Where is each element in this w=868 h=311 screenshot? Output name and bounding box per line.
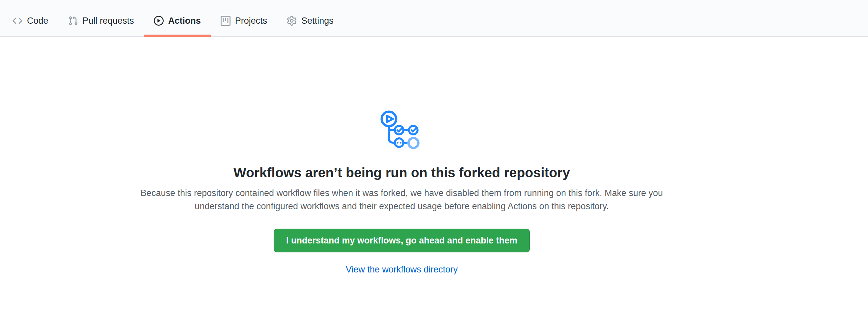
tab-settings[interactable]: Settings: [277, 5, 343, 36]
workflow-graph-icon: [380, 109, 423, 152]
play-icon: [154, 16, 164, 26]
tab-projects[interactable]: Projects: [211, 5, 277, 36]
repo-tab-nav: Code Pull requests Actions Projects Sett…: [0, 0, 868, 37]
git-pull-request-icon: [68, 16, 78, 26]
blankslate: Workflows aren’t being run on this forke…: [132, 37, 672, 275]
code-icon: [12, 16, 22, 26]
tab-label: Settings: [301, 17, 334, 25]
tab-label: Code: [27, 17, 49, 25]
blankslate-description: Because this repository contained workfl…: [135, 186, 669, 213]
tab-actions[interactable]: Actions: [144, 5, 211, 36]
tab-code[interactable]: Code: [3, 5, 58, 36]
gear-icon: [287, 16, 297, 26]
active-tab-underline: [144, 35, 211, 37]
blankslate-title: Workflows aren’t being run on this forke…: [234, 165, 570, 181]
tab-label: Projects: [235, 17, 268, 25]
tab-label: Pull requests: [83, 17, 134, 25]
enable-workflows-button[interactable]: I understand my workflows, go ahead and …: [274, 229, 530, 252]
actions-blankslate-page: Workflows aren’t being run on this forke…: [0, 37, 868, 311]
tab-label: Actions: [168, 17, 201, 25]
project-icon: [221, 16, 230, 26]
tab-pull-requests[interactable]: Pull requests: [58, 5, 144, 36]
view-workflows-directory-link[interactable]: View the workflows directory: [346, 264, 458, 275]
